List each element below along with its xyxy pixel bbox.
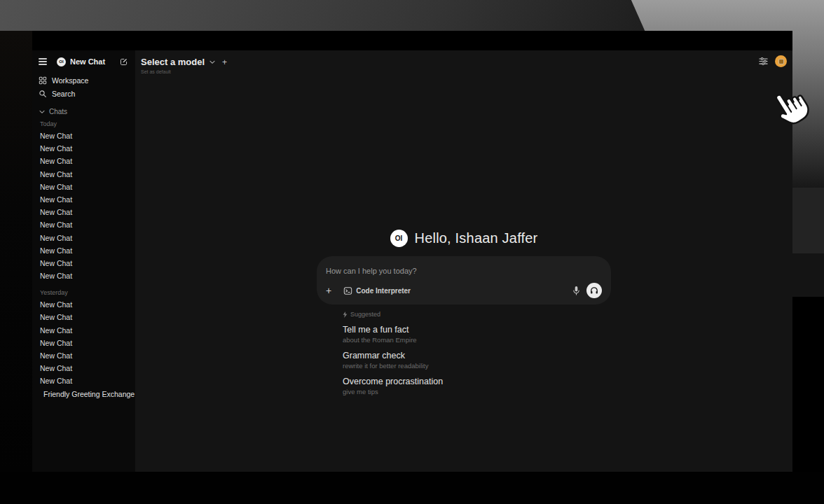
chat-list-item[interactable]: New Chat xyxy=(37,168,130,181)
chat-list-item[interactable]: New Chat xyxy=(37,298,130,311)
chat-list-item[interactable]: New Chat xyxy=(37,362,130,374)
edit-pencil-icon xyxy=(119,57,128,66)
chat-list-item[interactable]: New Chat xyxy=(37,142,130,155)
chat-list-item[interactable]: New Chat xyxy=(37,349,130,362)
chat-list-item[interactable]: New Chat xyxy=(37,374,130,387)
chat-list-yesterday: New ChatNew ChatNew ChatNew ChatNew Chat… xyxy=(37,298,130,387)
suggested-prompt[interactable]: Tell me a fun fact about the Roman Empir… xyxy=(343,325,611,344)
sidebar-nav: Workspace Search xyxy=(37,74,130,100)
app-logo-icon: OI xyxy=(57,57,66,66)
desktop-background-left xyxy=(0,31,32,472)
terminal-icon xyxy=(343,286,352,295)
chat-list-today: New ChatNew ChatNew ChatNew ChatNew Chat… xyxy=(37,130,130,282)
sidebar-header: OI New Chat xyxy=(37,55,130,69)
suggested-prompt[interactable]: Overcome procrastination give me tips xyxy=(343,377,611,396)
desktop-background-block xyxy=(792,253,824,297)
chat-group-label-today: Today xyxy=(37,118,130,130)
chat-list-item[interactable]: New Chat xyxy=(37,193,130,206)
message-composer[interactable]: + Code Interpreter xyxy=(317,256,611,304)
chat-list-item[interactable]: New Chat xyxy=(37,130,130,142)
chat-group-label-yesterday: Yesterday xyxy=(37,287,130,298)
desktop-background-block xyxy=(792,188,824,253)
microphone-icon xyxy=(572,286,580,296)
sidebar: OI New Chat Workspace xyxy=(32,50,135,472)
chat-list-item[interactable]: New Chat xyxy=(37,206,130,218)
message-input[interactable] xyxy=(326,267,602,275)
window-title-strip xyxy=(32,31,792,50)
chat-list-item[interactable]: New Chat xyxy=(37,244,130,257)
set-as-default-button[interactable]: Set as default xyxy=(141,69,227,74)
chat-list-item[interactable]: New Chat xyxy=(37,311,130,323)
chevron-down-icon[interactable] xyxy=(210,60,215,64)
add-model-button[interactable]: + xyxy=(222,57,227,67)
app-logo-icon: OI xyxy=(390,230,408,247)
search-icon xyxy=(39,90,47,98)
sidebar-title: New Chat xyxy=(70,57,105,66)
chat-list-item[interactable]: New Chat xyxy=(37,218,130,231)
suggested-prompt[interactable]: Grammar check rewrite it for better read… xyxy=(343,351,611,370)
chat-list-item[interactable]: New Chat xyxy=(37,270,130,282)
chat-list-item[interactable]: New Chat xyxy=(37,232,130,244)
chat-list-item[interactable]: New Chat xyxy=(37,257,130,270)
voice-call-button[interactable] xyxy=(586,283,602,298)
chat-list-item[interactable]: New Chat xyxy=(37,155,130,167)
chat-list-item[interactable]: New Chat xyxy=(37,324,130,337)
sidebar-toggle-icon[interactable] xyxy=(39,58,47,65)
chat-list-item-friendly-greeting[interactable]: Friendly Greeting Exchange xyxy=(37,388,130,400)
sidebar-chats-toggle[interactable]: Chats xyxy=(37,106,130,117)
bolt-icon xyxy=(343,312,348,318)
suggested-section: Suggested Tell me a fun fact about the R… xyxy=(317,311,611,396)
sidebar-nav-item[interactable]: Workspace xyxy=(37,74,130,87)
screen: OI New Chat Workspace xyxy=(0,0,824,504)
sidebar-nav-item[interactable]: Search xyxy=(37,87,130,100)
grid-icon xyxy=(39,76,47,85)
new-chat-button[interactable] xyxy=(119,57,128,66)
desktop-background-bottom xyxy=(0,472,824,504)
suggested-label: Suggested xyxy=(343,311,611,318)
microphone-button[interactable] xyxy=(572,286,580,296)
avatar-image xyxy=(778,59,784,64)
attach-plus-button[interactable]: + xyxy=(326,286,331,295)
suggested-list: Tell me a fun fact about the Roman Empir… xyxy=(343,325,611,396)
greeting-row: OI Hello, Ishaan Jaffer xyxy=(317,230,611,247)
chat-list-item[interactable]: New Chat xyxy=(37,181,130,193)
chat-list-item[interactable]: New Chat xyxy=(37,337,130,349)
code-interpreter-toggle[interactable]: Code Interpreter xyxy=(343,286,411,295)
user-avatar[interactable] xyxy=(775,55,787,67)
model-selector[interactable]: Select a model xyxy=(141,57,205,67)
open-webui-window: OI New Chat Workspace xyxy=(32,31,792,472)
greeting-text: Hello, Ishaan Jaffer xyxy=(415,230,538,246)
settings-sliders-icon[interactable] xyxy=(758,56,769,66)
chevron-down-icon xyxy=(39,110,45,114)
main-panel: Select a model + Set as default xyxy=(135,50,792,472)
headphones-icon xyxy=(589,286,599,295)
